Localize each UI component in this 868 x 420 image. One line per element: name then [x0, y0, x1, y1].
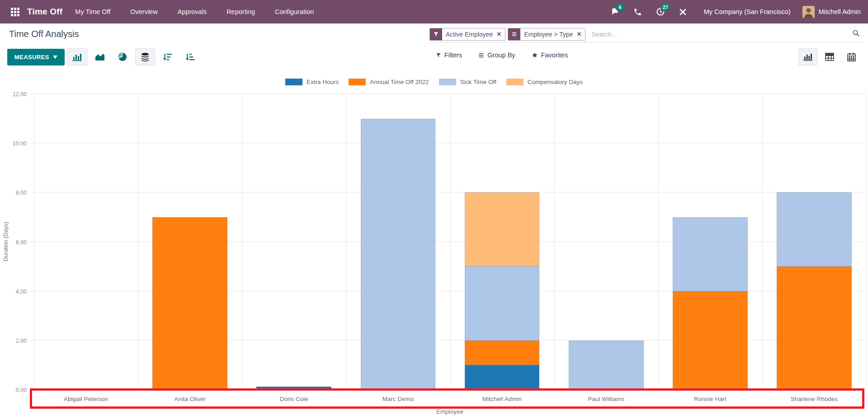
bar-segment[interactable] — [465, 341, 540, 365]
gridline-vertical — [34, 94, 34, 390]
control-panel-buttons: MEASURES Filters Group By — [0, 44, 868, 70]
legend-label: Extra Hours — [307, 79, 339, 85]
bar-segment[interactable] — [256, 387, 331, 390]
x-axis-title: Employee — [436, 408, 463, 415]
x-tick-label: Abigail Peterson — [64, 396, 108, 402]
y-tick-label: 10.00 — [13, 140, 27, 147]
legend-label: Compensatory Days — [528, 79, 583, 85]
chevron-down-icon — [53, 56, 57, 59]
gridline-vertical — [762, 94, 763, 390]
filter-icon — [436, 52, 441, 58]
sort-asc-icon — [163, 53, 172, 61]
gridline-horizontal — [31, 93, 866, 94]
bar-segment[interactable] — [465, 266, 540, 341]
calendar-view-icon — [847, 53, 856, 61]
bar-chart-mode-button[interactable] — [67, 48, 87, 65]
plot-area: Abigail PetersonAnita OliverDoris ColeMa… — [34, 94, 866, 390]
view-switcher — [798, 48, 861, 65]
gridline-vertical — [554, 94, 555, 390]
pie-chart-icon — [118, 52, 127, 61]
bar-segment[interactable] — [465, 192, 540, 266]
x-tick-label: Ronnie Hart — [694, 396, 726, 402]
search-icon[interactable] — [852, 29, 860, 39]
group-by-button[interactable]: Group By — [478, 51, 515, 59]
search-facet-groupby[interactable]: Employee > Type ✕ — [508, 28, 585, 41]
y-tick-label: 8.00 — [16, 190, 27, 196]
bar-segment[interactable] — [569, 341, 644, 390]
top-navbar: Time Off My Time Off Overview Approvals … — [0, 0, 868, 23]
search-options: Filters Group By Favorites — [436, 51, 568, 59]
calendar-view-button[interactable] — [842, 48, 861, 65]
stacked-icon — [141, 52, 150, 61]
legend-item[interactable]: Compensatory Days — [506, 79, 583, 85]
x-tick-label: Mitchell Admin — [482, 396, 522, 402]
control-panel-top: Time Off Analysis Active Employee ✕ Empl… — [0, 23, 868, 44]
line-chart-mode-button[interactable] — [90, 48, 110, 65]
chart-legend: Extra HoursAnnual Time Off 2022Sick Time… — [0, 79, 868, 85]
graph-toolbar: MEASURES — [7, 48, 200, 65]
messages-badge: 6 — [615, 3, 625, 11]
menu-my-time-off[interactable]: My Time Off — [75, 8, 110, 15]
pivot-view-icon — [825, 53, 834, 61]
company-switcher[interactable]: My Company (San Francisco) — [704, 8, 791, 15]
apps-grid-icon[interactable] — [7, 4, 23, 19]
y-tick-label: 12.00 — [13, 91, 27, 98]
facet-label: Employee > Type — [520, 28, 576, 40]
y-tick-label: 6.00 — [16, 239, 27, 246]
pie-chart-mode-button[interactable] — [113, 48, 132, 65]
bar-segment[interactable] — [361, 119, 436, 390]
filters-button[interactable]: Filters — [436, 51, 462, 59]
user-menu[interactable]: Mitchell Admin — [802, 6, 861, 18]
menu-overview[interactable]: Overview — [130, 8, 157, 15]
x-tick-label: Doris Cole — [280, 396, 308, 402]
legend-swatch — [285, 79, 302, 85]
x-tick-label: Paul Williams — [588, 396, 624, 402]
y-axis-title: Duration (Days) — [3, 222, 9, 261]
pivot-view-button[interactable] — [820, 48, 839, 65]
group-by-icon — [508, 28, 520, 40]
bar-segment[interactable] — [777, 192, 852, 266]
gridline-vertical — [866, 94, 867, 390]
bar-segment[interactable] — [777, 266, 852, 390]
stacked-toggle-button[interactable] — [135, 48, 155, 65]
facet-label: Active Employee — [442, 28, 496, 40]
bar-segment[interactable] — [152, 217, 227, 390]
activities-badge: 27 — [660, 3, 670, 11]
annotation-rectangle — [30, 388, 864, 409]
facet-remove-icon[interactable]: ✕ — [496, 28, 505, 40]
measures-button[interactable]: MEASURES — [7, 49, 65, 65]
x-tick-label: Sharlene Rhodes — [791, 396, 838, 402]
user-name: Mitchell Admin — [819, 8, 861, 15]
sort-descending-button[interactable] — [180, 48, 200, 65]
sort-desc-icon — [186, 53, 195, 61]
menu-approvals[interactable]: Approvals — [178, 8, 207, 15]
favorites-button[interactable]: Favorites — [532, 51, 568, 59]
gridline-vertical — [346, 94, 346, 390]
legend-item[interactable]: Extra Hours — [285, 79, 339, 85]
legend-swatch — [349, 79, 366, 85]
bar-segment[interactable] — [465, 365, 540, 390]
messages-icon[interactable]: 6 — [610, 6, 621, 17]
activities-clock-icon[interactable]: 27 — [655, 6, 666, 17]
graph-view-button[interactable] — [798, 48, 817, 65]
phone-icon[interactable] — [632, 6, 643, 17]
tools-icon[interactable] — [678, 6, 689, 17]
legend-item[interactable]: Sick Time Off — [439, 79, 496, 85]
app-name[interactable]: Time Off — [27, 7, 62, 17]
bar-segment[interactable] — [673, 217, 748, 291]
y-tick-label: 4.00 — [16, 289, 27, 295]
menu-configuration[interactable]: Configuration — [275, 8, 314, 15]
x-tick-label: Anita Oliver — [174, 396, 206, 402]
bar-segment[interactable] — [673, 291, 748, 390]
gridline-vertical — [658, 94, 659, 390]
menu-reporting[interactable]: Reporting — [226, 8, 255, 15]
facet-remove-icon[interactable]: ✕ — [577, 28, 585, 40]
search-input[interactable] — [588, 31, 852, 38]
x-tick-label: Marc Demo — [382, 396, 414, 402]
search-facet-filter[interactable]: Active Employee ✕ — [429, 28, 505, 41]
sort-ascending-button[interactable] — [158, 48, 178, 65]
legend-item[interactable]: Annual Time Off 2022 — [349, 79, 429, 85]
filter-icon — [430, 28, 442, 40]
time-off-analysis-chart: Extra HoursAnnual Time Off 2022Sick Time… — [0, 72, 868, 420]
gridline-vertical — [138, 94, 138, 390]
